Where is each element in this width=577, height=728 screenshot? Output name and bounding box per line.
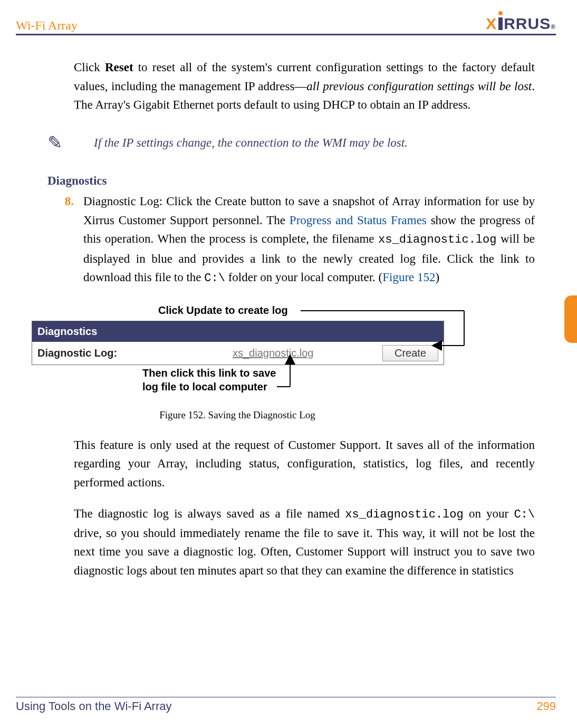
para-customer-support: This feature is only used at the request… xyxy=(74,436,535,492)
logo-rest: RRUS xyxy=(504,15,551,33)
note-callout: ✎ If the IP settings change, the connect… xyxy=(47,133,535,152)
progress-frames-link[interactable]: Progress and Status Frames xyxy=(290,214,427,227)
callout-line2: log file to local computer xyxy=(142,381,267,392)
running-head: Wi-Fi Array xyxy=(16,18,78,34)
diag-log-label: Diagnostic Log: xyxy=(37,345,233,361)
page-thumb-tab xyxy=(564,295,577,343)
footer-section-title: Using Tools on the Wi-Fi Array xyxy=(16,700,171,713)
text: folder on your local computer. ( xyxy=(225,271,382,284)
pencil-icon: ✎ xyxy=(47,134,72,152)
figure-152-link[interactable]: Figure 152 xyxy=(382,271,435,284)
create-button[interactable]: Create xyxy=(382,345,438,361)
logo-x: X xyxy=(486,15,497,33)
intro-paragraph: Click Reset to reset all of the system's… xyxy=(74,58,535,114)
create-bold: Create xyxy=(215,195,246,208)
diag-log-file-link[interactable]: xs_diagnostic.log xyxy=(233,345,372,361)
text: : Click the xyxy=(159,195,215,208)
callout-line1: Then click this link to save xyxy=(142,367,276,379)
list-item-8: 8. Diagnostic Log: Click the Create butt… xyxy=(47,192,535,288)
logo-i-icon xyxy=(498,17,503,30)
para-log-saved: The diagnostic log is always saved as a … xyxy=(74,504,535,580)
cdrive-mono: C:\ xyxy=(514,508,535,521)
diagnostics-panel: Diagnostics Diagnostic Log: xs_diagnosti… xyxy=(32,321,444,365)
callout-update: Click Update to create log xyxy=(158,302,535,319)
xirrus-logo: X RRUS ® xyxy=(486,15,556,34)
logo-reg: ® xyxy=(551,23,556,31)
diagnostics-heading: Diagnostics xyxy=(47,171,535,190)
text: on your xyxy=(464,507,514,520)
item-number: 8. xyxy=(47,192,83,288)
note-text: If the IP settings change, the connectio… xyxy=(94,133,408,152)
item-body: Diagnostic Log: Click the Create button … xyxy=(83,192,535,288)
text: Click xyxy=(74,61,105,74)
figure-caption: Figure 152. Saving the Diagnostic Log xyxy=(32,407,443,423)
text: ) xyxy=(436,271,440,284)
filename-mono: xs_diagnostic.log xyxy=(378,233,496,246)
page-number: 299 xyxy=(536,700,556,713)
cdrive-mono: C:\ xyxy=(204,272,225,285)
callout-save: Then click this link to save log file to… xyxy=(142,366,535,394)
italic-warning: all previous configuration settings will… xyxy=(306,80,532,93)
text: The diagnostic log is always saved as a … xyxy=(74,507,345,520)
filename-mono: xs_diagnostic.log xyxy=(345,508,463,521)
diag-log-bold: Diagnostic Log xyxy=(83,195,159,208)
diag-panel-header: Diagnostics xyxy=(32,321,444,342)
reset-bold: Reset xyxy=(105,61,133,74)
text: drive, so you should immediately rename … xyxy=(74,526,535,577)
